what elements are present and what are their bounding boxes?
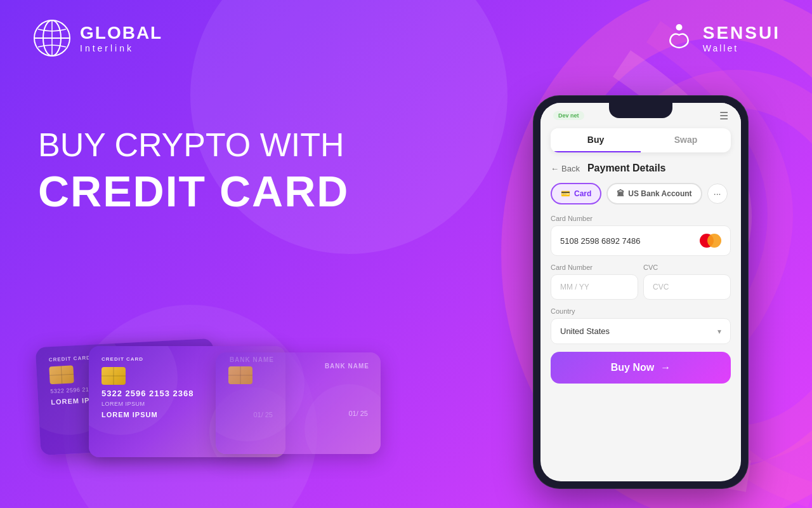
cvc-input[interactable]: CVC (643, 274, 731, 300)
card-number-value: 5108 2598 6892 7486 (560, 236, 641, 246)
svg-point-7 (677, 25, 681, 29)
country-group: Country United States ▾ (551, 307, 731, 344)
card-method-icon: 💳 (561, 189, 570, 198)
chevron-down-icon: ▾ (717, 327, 721, 336)
phone-outer: Dev net ☰ Buy Swap ← Back Payment Detail… (533, 95, 749, 489)
card-number-group: Card Number 5108 2598 6892 7486 (551, 215, 731, 256)
back-arrow-icon: ← (551, 164, 559, 173)
card-main-name: LOREM IPSUM (102, 411, 158, 418)
header: GLOBAL Interlink SENSUI Wallet (0, 0, 812, 76)
phone-notch (609, 103, 672, 118)
phone-content: ← Back Payment Details 💳 Card 🏛 US Bank … (540, 157, 741, 389)
expiry-placeholder: MM / YY (560, 283, 589, 291)
hero-content: BUY CRYPTO WITH CREDIT CARD (38, 127, 349, 216)
method-card-label: Card (574, 189, 591, 198)
expiry-cvc-row: Card Number MM / YY CVC CVC (551, 264, 731, 307)
country-value: United States (560, 326, 610, 336)
sensui-name-big: SENSUI (703, 23, 780, 43)
card-chip-main (102, 367, 126, 385)
card-number-label: Card Number (551, 215, 731, 222)
tab-buy[interactable]: Buy (551, 128, 641, 152)
card-chip-front (228, 366, 252, 384)
card-chip-back (49, 365, 74, 384)
sensui-icon (662, 21, 697, 56)
devnet-badge: Dev net (553, 111, 584, 120)
card-number-input[interactable]: 5108 2598 6892 7486 (551, 225, 731, 256)
back-label: Back (561, 164, 580, 173)
logo-text-right: SENSUI Wallet (703, 23, 780, 53)
cvc-label: CVC (643, 264, 731, 271)
payment-title: Payment Details (587, 163, 666, 174)
phone-header-row: ← Back Payment Details (551, 163, 731, 174)
brand-name-small: Interlink (80, 43, 162, 53)
phone-screen: Dev net ☰ Buy Swap ← Back Payment Detail… (540, 103, 741, 481)
buy-now-button[interactable]: Buy Now → (551, 352, 731, 384)
tagline-line1: BUY CRYPTO WITH (38, 127, 349, 163)
buy-now-label: Buy Now (611, 362, 654, 373)
hamburger-icon[interactable]: ☰ (719, 110, 728, 122)
brand-name-big: GLOBAL (80, 23, 162, 43)
method-bank-label: US Bank Account (628, 189, 691, 198)
bank-method-icon: 🏛 (617, 189, 624, 198)
buy-now-arrow-icon: → (660, 362, 671, 373)
phone-mockup: Dev net ☰ Buy Swap ← Back Payment Detail… (533, 95, 749, 489)
country-select[interactable]: United States ▾ (551, 318, 731, 344)
mc-orange-circle (707, 234, 721, 248)
method-card-btn[interactable]: 💳 Card (551, 183, 601, 204)
logo-text-left: GLOBAL Interlink (80, 23, 162, 53)
method-more-btn[interactable]: ··· (707, 184, 728, 204)
country-label: Country (551, 307, 731, 315)
cvc-placeholder: CVC (653, 283, 669, 291)
mastercard-icon (700, 234, 721, 248)
card-main-label: CREDIT CARD (102, 356, 143, 362)
logo-left: GLOBAL Interlink (32, 18, 162, 58)
phone-tabs: Buy Swap (551, 128, 731, 152)
credit-card-front: BANK NAME 01/ 25 (216, 352, 381, 454)
expiry-group: Card Number MM / YY (551, 264, 638, 300)
sensui-name-small: Wallet (703, 43, 780, 53)
globe-icon (32, 18, 72, 58)
method-bank-btn[interactable]: 🏛 US Bank Account (606, 183, 702, 204)
more-dots-icon: ··· (714, 189, 721, 199)
card-front-bank: BANK NAME (325, 363, 369, 370)
cvc-group: CVC CVC (643, 264, 731, 300)
tab-swap[interactable]: Swap (641, 128, 731, 152)
logo-right: SENSUI Wallet (662, 21, 780, 56)
tagline-line2: CREDIT CARD (38, 166, 349, 216)
credit-cards-area: CREDIT CARD 5322 2596 215 LOREM IPSUM 01… (38, 330, 368, 457)
payment-method-tabs: 💳 Card 🏛 US Bank Account ··· (551, 183, 731, 204)
expiry-label: Card Number (551, 264, 638, 271)
expiry-input[interactable]: MM / YY (551, 274, 638, 300)
card-front-expiry: 01/ 25 (348, 410, 368, 417)
back-button[interactable]: ← Back (551, 164, 580, 173)
